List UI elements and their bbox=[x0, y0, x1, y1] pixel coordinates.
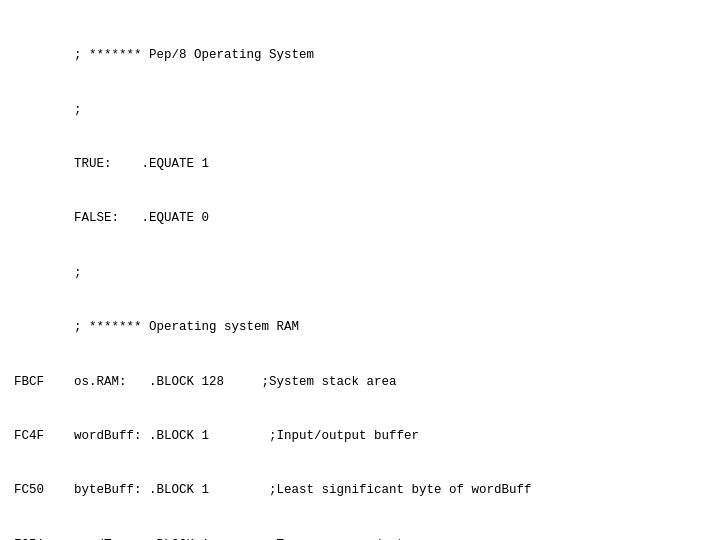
code-line-fc51: FC51 wordTemp: .BLOCK 1 ;Temporary word … bbox=[14, 536, 706, 540]
code-line-fc50: FC50 byteBuff: .BLOCK 1 ;Least significa… bbox=[14, 481, 706, 499]
code-line-fbcf: FBCF os.RAM: .BLOCK 128 ;System stack ar… bbox=[14, 373, 706, 391]
code-line-6: ; ******* Operating system RAM bbox=[14, 318, 706, 336]
code-line-4: FALSE: .EQUATE 0 bbox=[14, 209, 706, 227]
code-block: ; ******* Pep/8 Operating System ; TRUE:… bbox=[14, 10, 706, 540]
code-line-2: ; bbox=[14, 101, 706, 119]
code-line-fc4f: FC4F wordBuff: .BLOCK 1 ;Input/output bu… bbox=[14, 427, 706, 445]
code-line-5: ; bbox=[14, 264, 706, 282]
code-line-3: TRUE: .EQUATE 1 bbox=[14, 155, 706, 173]
code-line-1: ; ******* Pep/8 Operating System bbox=[14, 46, 706, 64]
